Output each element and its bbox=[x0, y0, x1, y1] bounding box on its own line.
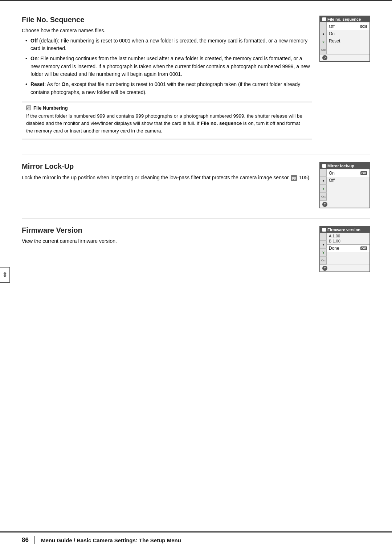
menu-item-fw-done: Done OK bbox=[327, 244, 369, 252]
pencil-icon bbox=[26, 105, 31, 110]
menu-header-label-mirror: Mirror lock-up bbox=[327, 164, 354, 168]
menu-header-fw: Firmware version bbox=[320, 227, 369, 233]
menu-item-on-label: On bbox=[329, 31, 335, 36]
file-no-sequence-bullets: Off (default): File numbering is reset t… bbox=[25, 37, 312, 97]
question-icon: ? bbox=[322, 55, 327, 60]
bullet-on: On: File numbering continues from the la… bbox=[25, 55, 312, 78]
fw-version-a: A 1.00 bbox=[327, 233, 369, 238]
mirror-lock-up-section: Mirror Lock-Up Lock the mirror in the up… bbox=[22, 162, 370, 208]
menu-header-icon-fw bbox=[322, 228, 326, 232]
bookmark-icon: ⇕ bbox=[2, 271, 8, 279]
menu-item-off-label: Off bbox=[329, 24, 335, 29]
firmware-version-inner: Firmware Version View the current camera… bbox=[22, 226, 370, 272]
menu-item-off: Off OK bbox=[327, 23, 369, 30]
bullet-off-bold: Off bbox=[30, 38, 38, 44]
menu-sidebar-mirror: ● Y Cst On OK Off bbox=[320, 169, 369, 201]
footer-page-number: 86 bbox=[22, 536, 29, 544]
menu-sidebar-fileno: ● Y Cst Off OK On Reset bbox=[320, 22, 369, 54]
menu-tab-m3: Cst bbox=[320, 193, 327, 201]
menu-tabs-fw: ● Y Cst bbox=[320, 233, 327, 265]
menu-tab-fw1: ● bbox=[320, 241, 327, 249]
question-icon-fw: ? bbox=[322, 266, 327, 271]
ok-badge-fw-done: OK bbox=[360, 246, 368, 250]
menu-tab-m2: Y bbox=[320, 185, 327, 193]
bullet-on-text: : File numbering continues from the last… bbox=[30, 56, 310, 77]
menu-items-fileno: Off OK On Reset bbox=[327, 22, 369, 54]
note-title-row: File Numbering bbox=[26, 105, 308, 111]
menu-tab-m1: ● bbox=[320, 177, 327, 185]
mirror-lock-up-menu: Mirror lock-up ● Y Cst On OK bbox=[319, 162, 370, 208]
menu-tab-1: ● bbox=[320, 30, 327, 38]
menu-item-fw-done-label: Done bbox=[329, 246, 339, 251]
menu-item-mirror-on: On OK bbox=[327, 170, 369, 177]
file-no-sequence-intro: Choose how the camera names files. bbox=[22, 27, 312, 35]
menu-bottom-fw: ? bbox=[320, 265, 369, 272]
menu-tab-3: Cst bbox=[320, 46, 327, 54]
menu-sidebar-fw: ● Y Cst A 1.00 B 1.00 Done OK bbox=[320, 233, 369, 265]
footer-divider bbox=[34, 536, 35, 544]
svg-rect-0 bbox=[26, 106, 31, 110]
bullet-reset-text: : As for On, except that file numbering … bbox=[30, 81, 300, 95]
file-no-sequence-inner: File No. Sequence Choose how the camera … bbox=[22, 16, 370, 144]
camera-page-ref-icon: pg bbox=[291, 175, 297, 181]
menu-header-mirror: Mirror lock-up bbox=[320, 163, 369, 169]
ok-badge-off: OK bbox=[360, 25, 368, 28]
firmware-version-text: Firmware Version View the current camera… bbox=[22, 226, 312, 245]
menu-item-reset: Reset bbox=[327, 37, 369, 45]
menu-item-on: On bbox=[327, 30, 369, 37]
mirror-lock-up-title: Mirror Lock-Up bbox=[22, 162, 312, 171]
footer: 86 Menu Guide / Basic Camera Settings: T… bbox=[0, 531, 392, 544]
left-bookmark: ⇕ bbox=[0, 267, 10, 283]
bullet-reset: Reset: As for On, except that file numbe… bbox=[25, 81, 312, 96]
firmware-version-menu: Firmware version ● Y Cst A 1.00 B 1.00 D… bbox=[319, 226, 370, 272]
menu-item-mirror-off: Off bbox=[327, 177, 369, 184]
question-icon-mirror: ? bbox=[322, 202, 327, 207]
bullet-reset-bold: Reset bbox=[30, 81, 44, 87]
file-no-sequence-menu: File no. sequence ● Y Cst Off OK bbox=[319, 16, 370, 62]
menu-item-reset-label: Reset bbox=[329, 38, 340, 44]
menu-header-label: File no. sequence bbox=[327, 17, 361, 21]
separator-1 bbox=[22, 155, 370, 155]
menu-bottom-mirror: ? bbox=[320, 201, 369, 208]
file-numbering-note: File Numbering If the current folder is … bbox=[22, 102, 312, 140]
menu-header-icon bbox=[322, 17, 326, 21]
footer-text: Menu Guide / Basic Camera Settings: The … bbox=[41, 537, 181, 543]
firmware-version-title: Firmware Version bbox=[22, 226, 312, 234]
bullet-off-text: (default): File numbering is reset to 00… bbox=[30, 38, 307, 52]
menu-item-mirror-off-label: Off bbox=[329, 178, 335, 183]
menu-header-fileno: File no. sequence bbox=[320, 16, 369, 22]
fw-version-b: B 1.00 bbox=[327, 238, 369, 244]
bullet-off: Off (default): File numbering is reset t… bbox=[25, 37, 312, 53]
menu-header-icon-mirror bbox=[322, 164, 326, 168]
menu-tab-fw2: Y bbox=[320, 249, 327, 257]
firmware-version-body: View the current camera firmware version… bbox=[22, 237, 312, 245]
separator-2 bbox=[22, 219, 370, 219]
page-container: File No. Sequence Choose how the camera … bbox=[0, 0, 392, 555]
menu-items-mirror: On OK Off bbox=[327, 169, 369, 201]
file-no-sequence-section: File No. Sequence Choose how the camera … bbox=[22, 16, 370, 144]
note-body-text: If the current folder is numbered 999 an… bbox=[26, 113, 308, 135]
menu-items-fw: A 1.00 B 1.00 Done OK bbox=[327, 233, 369, 265]
menu-item-mirror-on-label: On bbox=[329, 171, 335, 176]
menu-tabs-mirror: ● Y Cst bbox=[320, 169, 327, 201]
file-no-sequence-title: File No. Sequence bbox=[22, 16, 312, 24]
mirror-lock-up-body: Lock the mirror in the up position when … bbox=[22, 174, 312, 181]
menu-bottom-fileno: ? bbox=[320, 54, 369, 61]
menu-tab-m0 bbox=[320, 169, 327, 177]
mirror-lock-up-text: Mirror Lock-Up Lock the mirror in the up… bbox=[22, 162, 312, 181]
menu-tab-0 bbox=[320, 22, 327, 30]
file-no-sequence-text: File No. Sequence Choose how the camera … bbox=[22, 16, 312, 144]
menu-tabs-fileno: ● Y Cst bbox=[320, 22, 327, 54]
ok-badge-mirror-on: OK bbox=[360, 171, 368, 175]
menu-tab-fw0 bbox=[320, 233, 327, 241]
firmware-version-section: Firmware Version View the current camera… bbox=[22, 226, 370, 272]
note-title-text: File Numbering bbox=[33, 105, 68, 111]
menu-header-label-fw: Firmware version bbox=[327, 228, 360, 232]
mirror-lock-up-inner: Mirror Lock-Up Lock the mirror in the up… bbox=[22, 162, 370, 208]
bullet-on-bold: On bbox=[30, 56, 37, 61]
menu-tab-fw3: Cst bbox=[320, 257, 327, 265]
menu-tab-2: Y bbox=[320, 38, 327, 46]
